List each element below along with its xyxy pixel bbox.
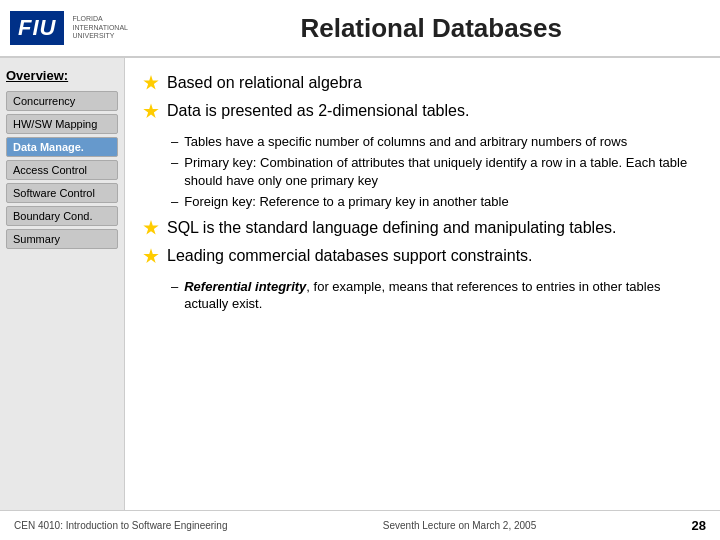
dash-icon-3: – — [171, 194, 178, 209]
main-layout: Overview: Concurrency HW/SW Mapping Data… — [0, 58, 720, 510]
sidebar-heading: Overview: — [6, 68, 118, 83]
logo-area: FIU FLORIDA INTERNATIONAL UNIVERSITY — [10, 11, 152, 45]
sidebar-item-software[interactable]: Software Control — [6, 183, 118, 203]
page-title: Relational Databases — [152, 13, 710, 44]
logo-sub: FLORIDA INTERNATIONAL UNIVERSITY — [72, 15, 152, 40]
bullet-row-4: Leading commercial databases support con… — [143, 245, 702, 267]
sub-bullets-2: – Referential integrity, for example, me… — [171, 278, 702, 313]
bullet-text-3: SQL is the standard language defining an… — [167, 217, 617, 239]
star-icon-1 — [143, 75, 159, 91]
bullet-section: Based on relational algebra Data is pres… — [143, 72, 702, 313]
dash-icon-2: – — [171, 155, 178, 170]
sub-bullet-ref: – Referential integrity, for example, me… — [171, 278, 702, 313]
star-icon-4 — [143, 248, 159, 264]
sidebar-item-hwsw[interactable]: HW/SW Mapping — [6, 114, 118, 134]
sidebar-item-boundary[interactable]: Boundary Cond. — [6, 206, 118, 226]
footer: CEN 4010: Introduction to Software Engin… — [0, 510, 720, 540]
sub-text-1: Tables have a specific number of columns… — [184, 133, 627, 151]
bullet-text-1: Based on relational algebra — [167, 72, 362, 94]
sidebar-item-datamange[interactable]: Data Manage. — [6, 137, 118, 157]
bullet-row-1: Based on relational algebra — [143, 72, 702, 94]
sidebar-item-summary[interactable]: Summary — [6, 229, 118, 249]
bullet-text-2: Data is presented as 2-dimensional table… — [167, 100, 469, 122]
footer-center: Seventh Lecture on March 2, 2005 — [383, 520, 536, 531]
logo-text: FIU — [10, 11, 64, 45]
dash-icon-ref: – — [171, 279, 178, 294]
referential-integrity-label: Referential integrity — [184, 279, 306, 294]
star-icon-3 — [143, 220, 159, 236]
sub-text-ref: Referential integrity, for example, mean… — [184, 278, 702, 313]
star-icon-2 — [143, 103, 159, 119]
sub-bullet-3: – Foreign key: Reference to a primary ke… — [171, 193, 702, 211]
bullet-row-2: Data is presented as 2-dimensional table… — [143, 100, 702, 122]
footer-left: CEN 4010: Introduction to Software Engin… — [14, 520, 227, 531]
content-area: Based on relational algebra Data is pres… — [125, 58, 720, 510]
dash-icon-1: – — [171, 134, 178, 149]
sidebar-item-access[interactable]: Access Control — [6, 160, 118, 180]
sidebar: Overview: Concurrency HW/SW Mapping Data… — [0, 58, 125, 510]
sub-bullet-2: – Primary key: Combination of attributes… — [171, 154, 702, 189]
sub-bullets: – Tables have a specific number of colum… — [171, 133, 702, 211]
sidebar-item-concurrency[interactable]: Concurrency — [6, 91, 118, 111]
header: FIU FLORIDA INTERNATIONAL UNIVERSITY Rel… — [0, 0, 720, 58]
bullet-row-3: SQL is the standard language defining an… — [143, 217, 702, 239]
page-number: 28 — [692, 518, 706, 533]
sub-text-3: Foreign key: Reference to a primary key … — [184, 193, 508, 211]
bullet-text-4: Leading commercial databases support con… — [167, 245, 533, 267]
sub-text-2: Primary key: Combination of attributes t… — [184, 154, 702, 189]
sub-bullet-1: – Tables have a specific number of colum… — [171, 133, 702, 151]
